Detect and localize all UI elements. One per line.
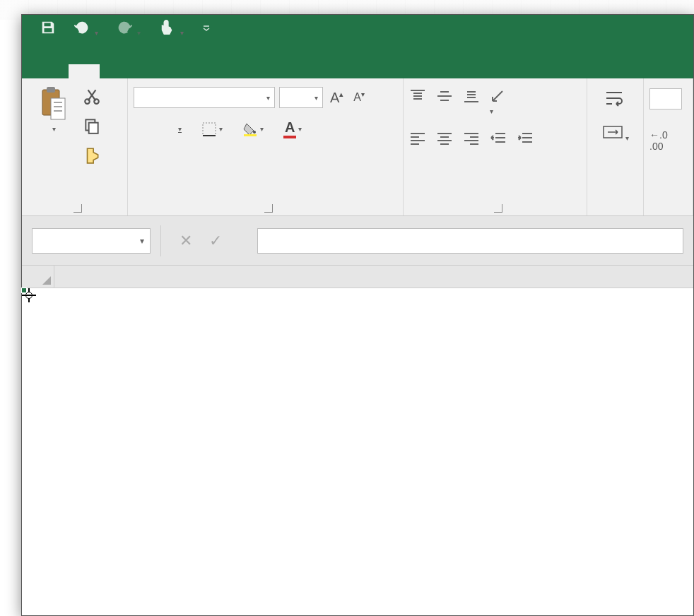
decrease-indent-icon[interactable]	[490, 131, 507, 146]
tab-page-layout[interactable]	[162, 64, 193, 78]
svg-rect-7	[203, 123, 216, 136]
borders-button[interactable]: ▾	[199, 120, 225, 138]
cut-icon[interactable]	[83, 87, 101, 108]
name-box[interactable]: ▾	[32, 228, 151, 254]
tab-home[interactable]	[69, 64, 100, 78]
decrease-font-icon[interactable]: A▾	[351, 90, 367, 104]
italic-button[interactable]	[153, 128, 159, 131]
svg-rect-1	[47, 87, 55, 93]
chevron-down-icon[interactable]: ▾	[140, 236, 144, 246]
spreadsheet-grid[interactable]	[22, 266, 693, 288]
chevron-down-icon: ▾	[266, 94, 270, 102]
svg-rect-2	[51, 98, 65, 119]
align-right-icon[interactable]	[463, 131, 480, 146]
tab-data[interactable]	[224, 64, 255, 78]
cancel-formula-icon[interactable]: ✕	[171, 232, 201, 250]
column-headers	[22, 266, 693, 288]
bold-button[interactable]	[134, 128, 139, 131]
align-top-icon[interactable]	[409, 88, 426, 117]
separator	[160, 225, 161, 256]
decrease-decimal-icon[interactable]: ←.0.00	[649, 129, 668, 152]
orientation-icon[interactable]: ▾	[490, 88, 507, 117]
chevron-down-icon: ▾	[314, 94, 318, 102]
font-color-button[interactable]: A▾	[281, 118, 305, 140]
save-icon[interactable]	[40, 20, 56, 37]
clipboard-dialog-launcher[interactable]	[73, 204, 82, 213]
copy-icon[interactable]	[83, 117, 101, 138]
redo-icon[interactable]	[117, 20, 141, 37]
group-merge	[587, 78, 644, 215]
font-name-combo[interactable]: ▾	[134, 87, 275, 108]
align-bottom-icon[interactable]	[463, 88, 480, 117]
number-format-combo[interactable]	[649, 88, 682, 109]
selection-marquee	[22, 288, 25, 291]
format-painter-icon[interactable]	[83, 146, 101, 167]
group-number: ←.0.00	[644, 78, 693, 215]
group-font: ▾ ▾ A▴ A▾ ▾ ▾ ▾	[128, 78, 404, 215]
svg-point-4	[94, 99, 99, 104]
clipboard-paste-icon	[38, 85, 68, 122]
alignment-dialog-launcher[interactable]	[494, 204, 502, 213]
underline-button[interactable]: ▾	[173, 124, 184, 134]
tab-draw[interactable]	[131, 64, 162, 78]
svg-rect-9	[244, 134, 257, 136]
font-size-combo[interactable]: ▾	[279, 87, 323, 108]
fill-handle[interactable]	[21, 288, 27, 293]
tab-review[interactable]	[255, 64, 286, 78]
tab-formulas[interactable]	[193, 64, 224, 78]
ribbon-tabs	[22, 42, 693, 78]
increase-indent-icon[interactable]	[517, 131, 534, 146]
chevron-down-icon: ▾	[52, 125, 56, 133]
fill-color-button[interactable]: ▾	[240, 120, 266, 138]
enter-formula-icon[interactable]: ✓	[201, 232, 230, 250]
align-middle-icon[interactable]	[436, 88, 453, 117]
tab-insert[interactable]	[100, 64, 131, 78]
align-center-icon[interactable]	[436, 131, 453, 146]
select-all-corner[interactable]	[22, 266, 54, 288]
svg-point-3	[85, 99, 90, 104]
undo-icon[interactable]	[74, 20, 98, 37]
group-clipboard: ▾	[22, 78, 128, 215]
title-bar	[22, 15, 693, 42]
touch-mode-icon[interactable]	[159, 20, 183, 37]
increase-font-icon[interactable]: A▴	[327, 90, 346, 106]
paste-button[interactable]: ▾	[28, 83, 78, 202]
qat-dropdown-icon[interactable]	[202, 23, 211, 35]
align-left-icon[interactable]	[409, 131, 426, 146]
svg-point-8	[253, 131, 256, 134]
ribbon: ▾ ▾ ▾	[22, 78, 693, 216]
formula-bar: ▾ ✕ ✓	[22, 216, 693, 266]
excel-window: ▾ ▾ ▾	[21, 14, 694, 616]
wrap-text-icon[interactable]	[605, 90, 626, 109]
merge-cells-icon[interactable]	[602, 124, 629, 143]
svg-rect-6	[89, 123, 98, 134]
font-dialog-launcher[interactable]	[264, 204, 273, 213]
formula-input[interactable]	[257, 228, 683, 254]
group-alignment: ▾	[404, 78, 587, 215]
quick-access-toolbar	[40, 20, 211, 37]
tab-file[interactable]	[37, 64, 69, 78]
